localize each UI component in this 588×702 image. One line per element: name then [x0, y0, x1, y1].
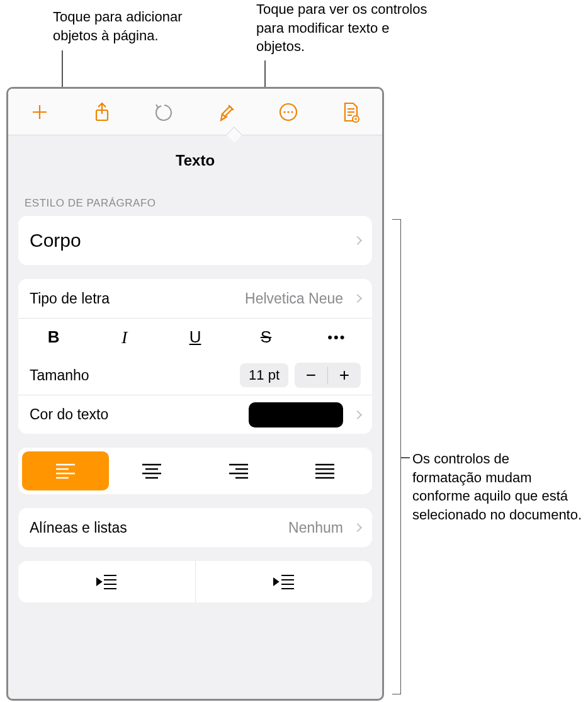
strikethrough-button[interactable]: S [230, 327, 301, 347]
svg-point-7 [288, 111, 290, 113]
format-button[interactable] [203, 89, 249, 135]
more-button[interactable] [266, 89, 311, 135]
add-icon [30, 103, 49, 122]
outdent-button[interactable] [18, 561, 195, 603]
device-frame: Texto ESTILO DE PARÁGRAFO Corpo Tipo de … [6, 87, 384, 701]
more-styles-button[interactable]: ••• [302, 329, 372, 346]
chevron-right-icon [353, 523, 362, 532]
panel-title: Texto [8, 135, 382, 184]
align-justify-button[interactable] [282, 451, 369, 490]
italic-button[interactable]: I [89, 327, 159, 348]
text-style-row: B I U S ••• [18, 318, 372, 356]
bullets-value-wrap: Nenhum [288, 519, 361, 536]
indent-button[interactable] [195, 561, 373, 603]
toolbar [8, 89, 382, 135]
bullets-label: Alíneas e listas [30, 519, 127, 536]
bold-button[interactable]: B [18, 327, 89, 347]
font-card: Tipo de letra Helvetica Neue B I U S •••… [18, 279, 372, 434]
text-color-row[interactable]: Cor do texto [18, 395, 372, 434]
indent-card [18, 561, 372, 603]
add-button[interactable] [17, 89, 62, 135]
share-icon [93, 101, 111, 123]
indent-icon [273, 574, 295, 590]
alignment-card [18, 448, 372, 494]
callout-format: Toque para ver os controlos para modific… [256, 0, 439, 56]
paragraph-style-value: Corpo [30, 230, 81, 251]
format-panel: Texto ESTILO DE PARÁGRAFO Corpo Tipo de … [8, 135, 382, 699]
paragraph-style-row[interactable]: Corpo [18, 216, 372, 265]
callout-bracket [392, 219, 401, 694]
chevron-right-icon [353, 410, 362, 419]
align-center-button[interactable] [109, 451, 196, 490]
text-color-label: Cor do texto [30, 406, 108, 423]
font-value-text: Helvetica Neue [245, 290, 343, 307]
size-value[interactable]: 11 pt [240, 363, 288, 387]
chevron-right-icon [353, 294, 362, 303]
align-left-icon [55, 463, 76, 479]
format-icon [216, 101, 236, 123]
callout-add-objects: Toque para adicionar objetos à página. [53, 8, 217, 45]
svg-marker-40 [274, 579, 278, 585]
align-right-button[interactable] [195, 451, 282, 490]
svg-point-6 [284, 111, 286, 113]
font-value: Helvetica Neue [245, 290, 361, 307]
callout-controls: Os controlos de formatação mudam conform… [412, 450, 582, 524]
undo-icon [154, 103, 174, 122]
bullets-row[interactable]: Alíneas e listas Nenhum [18, 508, 372, 547]
size-stepper: − + [295, 363, 361, 388]
bullets-value: Nenhum [288, 519, 343, 536]
text-color-value-wrap [249, 402, 361, 427]
underline-button[interactable]: U [160, 327, 230, 347]
align-justify-icon [314, 463, 336, 479]
align-right-icon [228, 463, 249, 479]
size-increase-button[interactable]: + [328, 363, 361, 388]
more-icon [278, 102, 298, 122]
align-center-icon [141, 463, 162, 479]
align-left-button[interactable] [22, 451, 109, 490]
size-controls: 11 pt − + [240, 363, 361, 388]
svg-marker-35 [97, 579, 101, 585]
font-row[interactable]: Tipo de letra Helvetica Neue [18, 279, 372, 318]
size-decrease-button[interactable]: − [295, 363, 327, 388]
document-button[interactable] [328, 89, 373, 135]
chevron-right-icon [353, 236, 362, 245]
svg-point-8 [291, 111, 293, 113]
callout-line [401, 457, 410, 458]
document-icon [341, 101, 360, 123]
outdent-icon [95, 574, 118, 590]
size-row: Tamanho 11 pt − + [18, 356, 372, 395]
paragraph-style-card: Corpo [18, 216, 372, 265]
size-label: Tamanho [30, 367, 89, 384]
undo-button[interactable] [142, 89, 187, 135]
font-label: Tipo de letra [30, 290, 110, 307]
svg-point-14 [355, 118, 356, 120]
share-button[interactable] [79, 89, 125, 135]
text-color-swatch [249, 402, 343, 427]
paragraph-style-header: ESTILO DE PARÁGRAFO [8, 184, 382, 216]
bullets-card: Alíneas e listas Nenhum [18, 508, 372, 547]
